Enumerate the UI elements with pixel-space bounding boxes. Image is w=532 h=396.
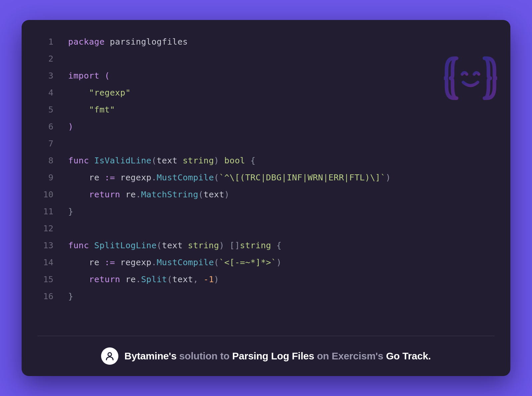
user-avatar-icon — [101, 347, 118, 365]
exercism-logo-icon — [444, 52, 497, 105]
code-area: 1 package parsinglogfiles 2 3 import ( 4… — [22, 33, 510, 326]
footer-username: Bytamine's — [124, 350, 177, 361]
svg-point-0 — [108, 353, 112, 356]
line-number: 1 — [22, 33, 68, 50]
code-line: 1 package parsinglogfiles — [22, 33, 500, 50]
code-card: 1 package parsinglogfiles 2 3 import ( 4… — [22, 20, 510, 376]
footer-exercise: Parsing Log Files — [232, 350, 314, 361]
footer-track: Go Track. — [386, 350, 431, 361]
footer-text: Bytamine's solution to Parsing Log Files… — [124, 350, 431, 362]
footer: Bytamine's solution to Parsing Log Files… — [22, 336, 510, 376]
